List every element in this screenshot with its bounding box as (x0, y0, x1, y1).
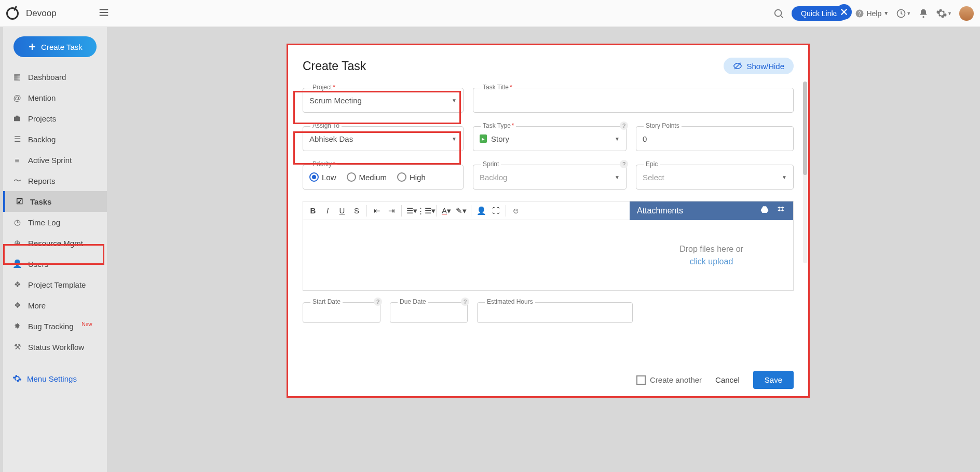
field-label-text: Task Title (483, 84, 509, 91)
create-task-dialog: Create Task Show/Hide Project* Scrum Mee… (287, 44, 810, 398)
start-date-input[interactable]: Start Date ? (303, 302, 380, 323)
attachment-dropzone[interactable]: Drop files here or click upload (630, 220, 793, 290)
field-label-text: Story Points (646, 122, 679, 129)
scrollbar[interactable] (803, 82, 807, 263)
field-label-text: Epic (646, 160, 658, 168)
due-date-input[interactable]: Due Date ? (390, 302, 468, 323)
svg-point-10 (922, 16, 924, 18)
dropbox-icon[interactable] (777, 205, 786, 217)
assign-to-select[interactable]: Assign To Abhisek Das ▼ (303, 126, 464, 151)
info-icon[interactable]: ? (374, 298, 382, 306)
description-editor[interactable] (303, 220, 630, 290)
svg-point-3 (775, 9, 782, 16)
project-value: Scrum Meeting (309, 96, 452, 105)
field-label-text: Start Date (312, 298, 341, 305)
outdent-icon[interactable]: ⇤ (370, 204, 384, 218)
radio-label: Low (322, 173, 336, 182)
gear-icon[interactable]: ▼ (936, 8, 952, 19)
dialog-title: Create Task (303, 59, 366, 73)
help-button[interactable]: ? Help ▼ (855, 9, 889, 18)
chevron-down-icon: ▼ (615, 136, 620, 142)
drop-text: Drop files here or (679, 245, 743, 254)
emoji-icon[interactable]: ☺ (509, 204, 523, 218)
close-icon[interactable] (836, 4, 852, 20)
epic-value: Select (643, 173, 782, 182)
info-icon[interactable]: ? (461, 298, 469, 306)
field-label-text: Assign To (312, 122, 339, 129)
unordered-list-icon[interactable]: ⋮☰▾ (419, 204, 433, 218)
field-label-text: Due Date (400, 298, 426, 305)
create-another-checkbox[interactable]: Create another (636, 375, 702, 385)
user-icon[interactable]: 👤 (474, 204, 488, 218)
attachments-title: Attachments (637, 206, 683, 215)
fullscreen-icon[interactable]: ⛶ (489, 204, 502, 218)
topbar: Devoop Quick Links ? Help ▼ ▼ ▼ (0, 0, 980, 27)
task-title-input[interactable]: Task Title* (473, 88, 794, 113)
editor-section: B I U S ⇤ ⇥ ☰▾ ⋮☰▾ A▾ ✎▾ (303, 201, 794, 291)
quick-links-button[interactable]: Quick Links (792, 6, 848, 21)
save-button[interactable]: Save (753, 371, 794, 389)
create-another-label: Create another (650, 375, 702, 384)
sprint-value: Backlog (480, 173, 615, 182)
priority-high-radio[interactable]: High (397, 172, 426, 182)
strike-icon[interactable]: S (350, 204, 363, 218)
attachments-header: Attachments (630, 201, 793, 220)
underline-icon[interactable]: U (335, 204, 349, 218)
google-drive-icon[interactable] (760, 205, 769, 217)
avatar[interactable] (959, 6, 974, 21)
bold-icon[interactable]: B (306, 204, 320, 218)
svg-line-4 (781, 16, 783, 18)
info-icon[interactable]: ? (620, 160, 628, 168)
chevron-down-icon: ▼ (782, 174, 787, 180)
field-label-text: Priority (312, 160, 332, 168)
search-icon[interactable] (773, 8, 784, 19)
epic-select[interactable]: Epic Select ▼ (636, 165, 794, 190)
estimated-hours-input[interactable]: Estimated Hours (477, 302, 633, 323)
chevron-down-icon: ▼ (452, 136, 457, 142)
field-label-text: Sprint (483, 160, 499, 168)
italic-icon[interactable]: I (321, 204, 334, 218)
task-type-value: Story (491, 134, 615, 143)
help-label: Help (866, 9, 881, 18)
editor-toolbar: B I U S ⇤ ⇥ ☰▾ ⋮☰▾ A▾ ✎▾ (303, 201, 630, 220)
story-icon: ▸ (480, 134, 487, 143)
clock-icon[interactable]: ▼ (896, 8, 911, 19)
bell-icon[interactable] (918, 8, 929, 19)
chevron-down-icon: ▼ (615, 174, 620, 180)
project-select[interactable]: Project* Scrum Meeting ▼ (303, 88, 464, 113)
text-color-icon[interactable]: A▾ (440, 204, 453, 218)
cancel-button[interactable]: Cancel (715, 375, 740, 384)
info-icon[interactable]: ? (620, 122, 628, 130)
showhide-button[interactable]: Show/Hide (724, 58, 794, 74)
assign-to-value: Abhisek Das (309, 134, 452, 143)
showhide-label: Show/Hide (746, 62, 784, 71)
story-points-value: 0 (643, 134, 787, 143)
priority-field: Priority* Low Medium High (303, 165, 464, 190)
field-label-text: Estimated Hours (487, 298, 533, 305)
svg-text:?: ? (859, 10, 862, 16)
quick-links-label: Quick Links (801, 9, 838, 18)
chevron-down-icon: ▼ (452, 98, 457, 103)
radio-label: High (410, 173, 426, 182)
logo[interactable]: Devoop (6, 7, 57, 20)
logo-icon (6, 7, 19, 20)
story-points-input[interactable]: Story Points 0 (636, 126, 794, 151)
checkbox-icon[interactable] (636, 375, 646, 385)
field-label-text: Project (312, 84, 332, 91)
task-type-select[interactable]: Task Type* ? ▸ Story ▼ (473, 126, 627, 151)
indent-icon[interactable]: ⇥ (385, 204, 398, 218)
menu-toggle-icon[interactable] (98, 7, 110, 20)
upload-link[interactable]: click upload (690, 257, 733, 266)
brand-name: Devoop (26, 8, 57, 19)
radio-label: Medium (359, 173, 387, 182)
sprint-select[interactable]: Sprint ? Backlog ▼ (473, 165, 627, 190)
field-label-text: Task Type (483, 122, 511, 129)
highlight-icon[interactable]: ✎▾ (454, 204, 468, 218)
modal-overlay: Create Task Show/Hide Project* Scrum Mee… (0, 27, 980, 472)
priority-low-radio[interactable]: Low (309, 172, 336, 182)
priority-medium-radio[interactable]: Medium (347, 172, 387, 182)
